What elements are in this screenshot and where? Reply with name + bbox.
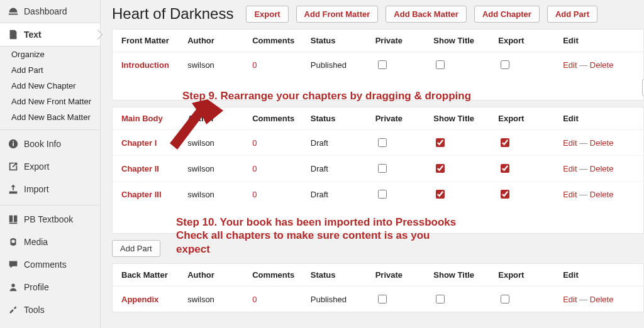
sidebar-item-dashboard[interactable]: Dashboard (0, 0, 100, 23)
add-back-matter-button[interactable]: Add Back Matter (386, 6, 467, 23)
row-comments: 0 (252, 190, 257, 199)
edit-link[interactable]: Edit (563, 164, 577, 173)
export-icon (8, 161, 19, 172)
sidebar-sub-organize[interactable]: Organize (0, 46, 100, 62)
row-status: Draft (307, 130, 372, 156)
row-comments: 0 (252, 138, 257, 148)
row-comments: 0 (252, 60, 257, 70)
col-private: Private (372, 264, 430, 287)
col-status: Status (307, 30, 372, 52)
edit-link[interactable]: Edit (563, 138, 577, 148)
front-matter-panel: Front Matter Author Comments Status Priv… (112, 29, 644, 101)
export-button[interactable]: Export (246, 6, 288, 23)
show-title-checkbox[interactable] (436, 190, 445, 199)
delete-link[interactable]: Delete (590, 295, 614, 304)
row-title-link[interactable]: Appendix (121, 295, 158, 304)
page-icon (8, 29, 19, 40)
export-checkbox[interactable] (501, 138, 509, 147)
export-checkbox[interactable] (501, 190, 509, 199)
sidebar-sub-add-part[interactable]: Add Part (0, 62, 100, 78)
col-section[interactable]: Main Body (113, 107, 184, 130)
title-bar: Heart of Darkness Export Add Front Matte… (107, 5, 644, 29)
admin-sidebar: Dashboard Text Organize Add Part Add New… (0, 0, 101, 328)
col-edit: Edit (559, 107, 643, 130)
sidebar-sub-add-front-matter[interactable]: Add New Front Matter (0, 94, 100, 109)
sidebar-label: Book Info (24, 139, 61, 149)
sidebar-item-profile[interactable]: Profile (0, 276, 100, 298)
row-title-link[interactable]: Chapter I (121, 138, 157, 148)
add-chapter-button[interactable]: Add Chapter (474, 6, 540, 23)
export-checkbox[interactable] (501, 295, 509, 303)
row-comments: 0 (252, 164, 257, 173)
show-title-checkbox[interactable] (436, 60, 445, 69)
sidebar-label: Tools (24, 305, 45, 315)
private-checkbox[interactable] (378, 295, 387, 303)
info-icon (8, 138, 19, 150)
col-private: Private (372, 30, 430, 52)
comments-icon (8, 259, 19, 270)
export-checkbox[interactable] (501, 60, 509, 69)
show-title-checkbox[interactable] (436, 295, 445, 303)
private-checkbox[interactable] (378, 138, 387, 147)
page-title: Heart of Darkness (112, 5, 233, 23)
delete-link[interactable]: Delete (590, 60, 614, 70)
sidebar-item-import[interactable]: Import (0, 178, 100, 200)
sidebar-item-text[interactable]: Text (0, 23, 100, 46)
sidebar-item-tools[interactable]: Tools (0, 298, 100, 321)
col-export: Export (494, 264, 559, 287)
export-checkbox[interactable] (501, 164, 509, 173)
add-part-panel-button[interactable]: Add Part (112, 240, 160, 257)
private-checkbox[interactable] (378, 164, 387, 173)
add-front-matter-button[interactable]: Add Front Matter (296, 6, 379, 23)
main-body-panel: Main Body Author Comments Status Private… (112, 107, 644, 234)
row-title-link[interactable]: Chapter III (121, 190, 162, 199)
delete-link[interactable]: Delete (590, 138, 614, 148)
edit-link[interactable]: Edit (563, 60, 577, 70)
table-row[interactable]: Appendix swilson 0 Published Edit — Dele… (113, 287, 643, 312)
col-edit: Edit (559, 30, 643, 52)
main-body-table: Main Body Author Comments Status Private… (113, 107, 643, 207)
sidebar-item-export[interactable]: Export (0, 155, 100, 178)
sidebar-label: Profile (24, 282, 49, 292)
sidebar-label: PB Textbook (24, 214, 73, 224)
col-comments: Comments (248, 30, 307, 52)
delete-link[interactable]: Delete (590, 164, 614, 173)
sidebar-sub-add-back-matter[interactable]: Add New Back Matter (0, 109, 100, 125)
col-show-title: Show Title (430, 264, 494, 287)
sidebar-sub-add-chapter[interactable]: Add New Chapter (0, 78, 100, 94)
row-title-link[interactable]: Chapter II (121, 164, 159, 173)
sidebar-label: Media (24, 237, 48, 247)
main-content: Heart of Darkness Export Add Front Matte… (107, 0, 644, 328)
row-comments: 0 (252, 295, 257, 304)
private-checkbox[interactable] (378, 190, 387, 199)
show-title-checkbox[interactable] (436, 138, 445, 147)
profile-icon (8, 282, 19, 293)
edit-link[interactable]: Edit (563, 295, 577, 304)
row-status: Draft (307, 182, 372, 207)
private-checkbox[interactable] (378, 60, 387, 69)
col-author: Author (184, 30, 248, 52)
col-edit: Edit (559, 264, 643, 287)
sidebar-label: Comments (24, 260, 67, 270)
row-title-link[interactable]: Introduction (121, 60, 169, 70)
add-part-button[interactable]: Add Part (547, 6, 597, 23)
svg-rect-1 (13, 143, 14, 146)
table-row[interactable]: Introduction swilson 0 Published Edit — … (113, 52, 643, 78)
sidebar-label: Dashboard (24, 6, 67, 16)
sidebar-item-pb-textbook[interactable]: PB Textbook (0, 208, 100, 231)
delete-link[interactable]: Delete (590, 190, 614, 199)
sidebar-item-comments[interactable]: Comments (0, 253, 100, 276)
tools-icon (8, 304, 19, 315)
row-status: Draft (307, 156, 372, 182)
sidebar-item-media[interactable]: Media (0, 231, 100, 253)
back-matter-panel: Back Matter Author Comments Status Priva… (112, 263, 644, 312)
show-title-checkbox[interactable] (436, 164, 445, 173)
edit-link[interactable]: Edit (563, 190, 577, 199)
book-icon (8, 214, 19, 225)
sidebar-item-book-info[interactable]: Book Info (0, 133, 100, 155)
table-row[interactable]: Chapter Iswilson0DraftEdit — Delete (113, 130, 643, 156)
row-author: swilson (184, 52, 248, 78)
col-status: Status (307, 264, 372, 287)
table-row[interactable]: Chapter IIIswilson0DraftEdit — Delete (113, 182, 643, 207)
table-row[interactable]: Chapter IIswilson0DraftEdit — Delete (113, 156, 643, 182)
